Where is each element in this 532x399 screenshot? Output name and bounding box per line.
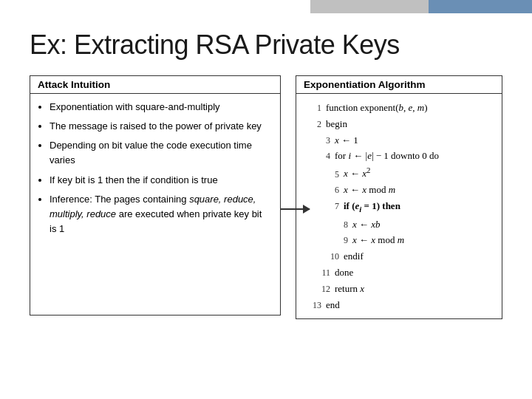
bullet-1: Exponentiation with square-and-multiply	[50, 100, 271, 115]
line-code-10: endif	[344, 248, 364, 264]
left-panel: Attack Intuition Exponentiation with squ…	[30, 75, 281, 316]
line-num-3: 3	[313, 134, 330, 149]
arrow	[280, 208, 310, 210]
algo-line-11: 11 done	[304, 265, 494, 281]
line-num-4: 4	[313, 149, 330, 164]
line-code-3: x ← 1	[335, 132, 358, 148]
bullet-5: Inference: The pages containing square, …	[50, 192, 271, 236]
line-code-4: for i ← |e| − 1 downto 0 do	[335, 148, 439, 163]
arrow-line	[280, 208, 310, 210]
right-panel: Exponentiation Algorithm 1 function expo…	[296, 75, 502, 319]
algo-line-7: 7 if (ei = 1) then	[304, 198, 494, 216]
content-row: Attack Intuition Exponentiation with squ…	[30, 75, 502, 319]
line-code-11: done	[335, 265, 353, 280]
line-code-6: x ← x mod m	[344, 182, 395, 197]
line-code-5: x ← x2	[344, 164, 370, 182]
line-num-6: 6	[321, 183, 339, 198]
algo-line-2: 2 begin	[304, 116, 494, 132]
line-code-2: begin	[326, 116, 347, 132]
line-num-12: 12	[313, 282, 330, 297]
line-code-12: return x	[335, 281, 364, 296]
line-num-2: 2	[304, 117, 321, 132]
top-bar-segment2	[429, 0, 532, 13]
line-num-7: 7	[321, 200, 339, 214]
algo-line-5: 5 x ← x2	[304, 164, 494, 182]
algo-line-1: 1 function exponent(b, e, m)	[304, 100, 494, 116]
line-num-5: 5	[321, 168, 339, 183]
line-num-11: 11	[313, 266, 330, 281]
line-code-1: function exponent(b, e, m)	[326, 100, 428, 115]
line-code-7: if (ei = 1) then	[344, 198, 400, 216]
attack-intuition-body: Exponentiation with square-and-multiply …	[30, 94, 281, 316]
top-bar-segment1	[310, 0, 429, 13]
line-num-8: 8	[330, 218, 348, 233]
line-code-8: x ← xb	[352, 216, 381, 232]
line-num-9: 9	[330, 233, 348, 248]
main-container: Ex: Extracting RSA Private Keys Attack I…	[0, 0, 532, 334]
algo-line-8: 8 x ← xb	[304, 216, 494, 233]
attack-intuition-header: Attack Intuition	[30, 75, 281, 94]
bullet-3: Depending on bit value the code executio…	[50, 138, 271, 168]
line-code-9: x ← x mod m	[352, 232, 404, 248]
algo-line-4: 4 for i ← |e| − 1 downto 0 do	[304, 148, 494, 164]
bullet-4: If key bit is 1 then the if condition is…	[50, 173, 271, 188]
line-num-10: 10	[321, 250, 339, 265]
algo-line-9: 9 x ← x mod m	[304, 232, 494, 248]
line-num-1: 1	[304, 101, 321, 116]
line-num-13: 13	[304, 299, 321, 313]
algo-line-13: 13 end	[304, 297, 494, 313]
algo-line-3: 3 x ← 1	[304, 132, 494, 149]
algo-body: 1 function exponent(b, e, m) 2 begin 3 x…	[296, 94, 502, 319]
line-code-13: end	[326, 297, 340, 313]
top-bar-decoration	[310, 0, 532, 13]
bullet-2: The message is raised to the power of pr…	[50, 119, 271, 134]
algo-header: Exponentiation Algorithm	[296, 75, 502, 94]
page-title: Ex: Extracting RSA Private Keys	[30, 30, 502, 61]
algo-line-12: 12 return x	[304, 281, 494, 297]
algo-line-10: 10 endif	[304, 248, 494, 265]
bullet-list: Exponentiation with square-and-multiply …	[36, 100, 271, 236]
algo-line-6: 6 x ← x mod m	[304, 182, 494, 198]
